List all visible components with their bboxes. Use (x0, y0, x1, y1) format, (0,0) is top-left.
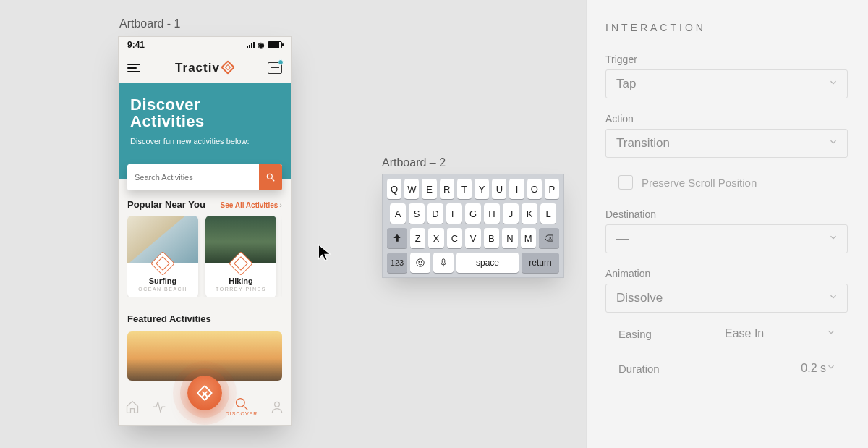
shift-icon (392, 233, 402, 243)
svg-point-0 (267, 174, 272, 179)
action-select[interactable]: Transition (605, 129, 848, 158)
tab-discover[interactable]: DISCOVER (226, 397, 258, 416)
key-e[interactable]: E (422, 179, 436, 199)
animation-field: Animation Dissolve (605, 268, 848, 313)
home-icon (125, 400, 140, 414)
key-b[interactable]: B (484, 228, 499, 248)
brand-title: Tractiv (140, 61, 268, 75)
animation-select[interactable]: Dissolve (605, 284, 848, 313)
see-all-link[interactable]: See All Activities› (220, 200, 282, 209)
easing-value[interactable]: Ease In (725, 327, 826, 340)
key-s[interactable]: S (409, 203, 425, 224)
key-l[interactable]: L (540, 203, 556, 224)
key-p[interactable]: P (545, 179, 559, 199)
menu-icon[interactable] (127, 64, 140, 72)
search-field[interactable] (127, 164, 282, 190)
card-subtitle: OCEAN BEACH (127, 287, 198, 292)
key-j[interactable]: J (503, 203, 519, 224)
destination-select[interactable]: — (605, 224, 848, 253)
key-v[interactable]: V (465, 228, 480, 248)
tab-activity[interactable] (152, 400, 166, 414)
duration-chevron[interactable] (826, 362, 848, 375)
key-numbers[interactable]: 123 (387, 253, 407, 273)
trigger-label: Trigger (605, 54, 848, 65)
artboard-2-keyboard[interactable]: Q W E R T Y U I O P A S D F G H J K L Z (382, 174, 564, 278)
key-z[interactable]: Z (410, 228, 425, 248)
artboard-1-label[interactable]: Artboard - 1 (119, 17, 180, 30)
battery-icon (268, 41, 282, 48)
key-u[interactable]: U (492, 179, 506, 199)
design-canvas[interactable]: Artboard - 1 Artboard – 2 9:41 ◉ Tractiv… (0, 0, 586, 448)
key-emoji[interactable] (410, 253, 430, 273)
artboard-1-phone[interactable]: 9:41 ◉ Tractiv DiscoverActivities Discov… (118, 36, 292, 426)
brand-logo-icon (221, 60, 235, 75)
tab-label: DISCOVER (226, 411, 258, 416)
search-button[interactable] (259, 164, 282, 190)
popular-section: Popular Near You See All Activities› Sur… (119, 179, 291, 303)
key-k[interactable]: K (522, 203, 537, 224)
card-subtitle: TORREY PINES (205, 287, 276, 292)
key-shift[interactable] (387, 228, 407, 248)
pulse-icon (152, 400, 166, 414)
key-x[interactable]: X (428, 228, 443, 248)
key-c[interactable]: C (447, 228, 462, 248)
key-n[interactable]: N (502, 228, 517, 248)
key-q[interactable]: Q (387, 179, 401, 199)
popular-heading: Popular Near You (127, 199, 205, 210)
cellular-icon (247, 42, 255, 48)
tab-home[interactable] (125, 400, 140, 414)
keyboard-row-4: 123 space return (387, 253, 559, 273)
search-icon (265, 172, 276, 182)
key-o[interactable]: O (527, 179, 542, 199)
featured-heading: Featured Activities (127, 313, 282, 324)
svg-point-4 (275, 402, 280, 407)
destination-label: Destination (605, 208, 848, 220)
key-i[interactable]: I (509, 179, 524, 199)
hero-subtitle: Discover fun new activities below: (130, 137, 279, 145)
key-return[interactable]: return (522, 253, 559, 273)
easing-label: Easing (618, 328, 725, 340)
card-title: Surfing (127, 276, 198, 285)
key-m[interactable]: M (521, 228, 536, 248)
activity-card-hiking[interactable]: Hiking TORREY PINES (205, 216, 276, 297)
preserve-scroll-row[interactable]: Preserve Scroll Position (605, 172, 848, 193)
artboard-2-label[interactable]: Artboard – 2 (382, 156, 446, 169)
chevron-down-icon (828, 291, 838, 305)
backspace-icon (544, 233, 554, 243)
inbox-icon[interactable] (268, 62, 282, 74)
svg-rect-10 (442, 259, 445, 263)
search-input[interactable] (127, 164, 259, 190)
key-w[interactable]: W (404, 179, 419, 199)
keyboard-row-1: Q W E R T Y U I O P (387, 179, 559, 199)
featured-image[interactable] (127, 331, 282, 381)
key-dictation[interactable] (433, 253, 454, 273)
key-a[interactable]: A (390, 203, 406, 224)
key-space[interactable]: space (456, 253, 519, 273)
key-t[interactable]: T (457, 179, 472, 199)
easing-chevron[interactable] (826, 327, 848, 340)
keyboard-row-2: A S D F G H J K L (387, 203, 559, 224)
fab-add-button[interactable] (187, 376, 222, 410)
trigger-field: Trigger Tap (605, 54, 848, 98)
key-h[interactable]: H (484, 203, 500, 224)
svg-point-7 (417, 259, 425, 267)
microphone-icon (438, 258, 448, 268)
activity-card-surfing[interactable]: Surfing OCEAN BEACH (127, 216, 198, 297)
hero-banner: DiscoverActivities Discover fun new acti… (119, 83, 291, 179)
duration-label: Duration (618, 363, 725, 375)
svg-line-3 (244, 406, 247, 410)
key-backspace[interactable] (539, 228, 559, 248)
app-top-nav: Tractiv (119, 53, 291, 83)
tab-profile[interactable] (270, 400, 284, 414)
preserve-scroll-checkbox[interactable] (618, 175, 633, 190)
trigger-select[interactable]: Tap (605, 69, 848, 98)
key-g[interactable]: G (465, 203, 481, 224)
duration-value[interactable]: 0.2 s (725, 362, 826, 375)
key-d[interactable]: D (427, 203, 443, 224)
interaction-panel: INTERACTION Trigger Tap Action Transitio… (586, 0, 868, 448)
featured-section: Featured Activities (119, 303, 291, 386)
key-r[interactable]: R (440, 179, 454, 199)
key-y[interactable]: Y (475, 179, 489, 199)
key-f[interactable]: F (446, 203, 462, 224)
emoji-icon (415, 258, 425, 268)
